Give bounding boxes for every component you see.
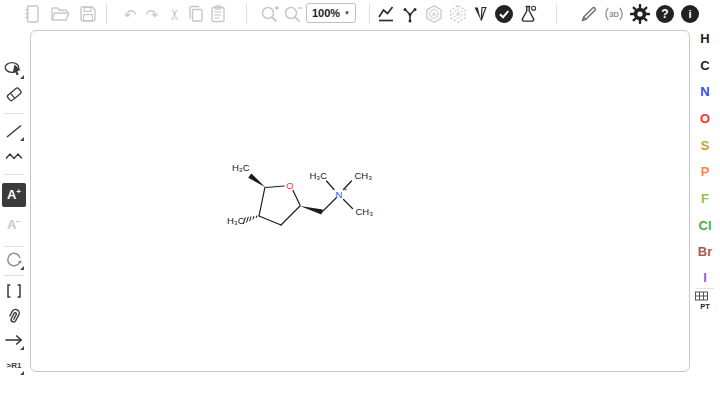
element-button-cl[interactable]: Cl xyxy=(693,214,717,236)
wedge-bond-up-c5[interactable] xyxy=(300,206,323,215)
single-bond-tool[interactable] xyxy=(2,119,26,143)
element-button-s[interactable]: S xyxy=(693,134,717,156)
svg-text:3D: 3D xyxy=(609,10,619,19)
undo-icon: ↶ xyxy=(124,7,137,22)
paperclip-attach-tool[interactable] xyxy=(2,304,26,328)
charge-plus-tool[interactable]: A+ xyxy=(2,183,26,207)
layout-button[interactable] xyxy=(374,2,398,26)
help-button[interactable]: ? xyxy=(653,2,677,26)
element-symbol: S xyxy=(701,138,710,153)
bond-o-c2[interactable] xyxy=(266,186,284,188)
svg-text:PT: PT xyxy=(700,302,710,311)
3d-viewer-button[interactable]: 3D xyxy=(602,2,626,26)
bond-ch2-n[interactable] xyxy=(322,198,337,213)
element-button-c[interactable]: C xyxy=(693,54,717,76)
element-button-n[interactable]: N xyxy=(693,80,717,102)
about-button[interactable]: i xyxy=(678,2,702,26)
chain-tool[interactable] xyxy=(2,144,26,168)
element-button-o[interactable]: O xyxy=(693,107,717,129)
eraser-tool[interactable] xyxy=(2,82,26,106)
dropdown-corner-indicator xyxy=(20,75,24,79)
element-symbol: Br xyxy=(698,244,712,259)
brackets-icon xyxy=(2,279,26,303)
reaction-arrow-tool[interactable] xyxy=(2,328,26,352)
eraser-icon xyxy=(2,82,26,106)
check-structure-icon xyxy=(492,2,516,26)
bond-c3-c4[interactable] xyxy=(259,216,281,225)
element-button-p[interactable]: P xyxy=(693,160,717,182)
element-button-i[interactable]: I xyxy=(693,266,717,288)
drawing-canvas[interactable]: H₃C H₃C O N + H₃C CH₃ CH₃ xyxy=(30,30,690,372)
help-icon: ? xyxy=(653,2,677,26)
bond-n-ch3-a[interactable] xyxy=(327,181,335,190)
bond-o-c5[interactable] xyxy=(293,191,300,206)
svg-text:A: A xyxy=(456,11,460,17)
cut-button[interactable]: ✂ xyxy=(162,2,186,26)
zoom-out-icon xyxy=(281,2,305,26)
calculated-values-button[interactable] xyxy=(516,2,540,26)
atom-label-charge-plus: + xyxy=(344,186,348,193)
zoom-level-value: 100% xyxy=(312,7,340,19)
open-button[interactable] xyxy=(48,2,72,26)
paste-button[interactable] xyxy=(206,2,230,26)
element-symbol: C xyxy=(700,58,709,73)
atom-label-n-methyl-a[interactable]: H₃C xyxy=(309,170,327,181)
charge-minus-tool[interactable]: A− xyxy=(2,213,26,237)
zoom-in-icon xyxy=(258,2,282,26)
save-button[interactable] xyxy=(76,2,100,26)
paste-clipboard-icon xyxy=(206,2,230,26)
calculated-values-flask-icon xyxy=(516,2,540,26)
aromatize-icon: A xyxy=(422,2,446,26)
hash-wedge-bond-c3[interactable] xyxy=(243,216,257,225)
clean-up-button[interactable] xyxy=(398,2,422,26)
save-floppy-icon xyxy=(76,2,100,26)
atom-label-c4-methyl[interactable]: H₃C xyxy=(227,215,245,226)
bond-c4-c5[interactable] xyxy=(281,206,300,225)
aromatize-button[interactable]: A xyxy=(422,2,446,26)
element-symbol: H xyxy=(700,31,709,46)
wedge-bond-up-c2[interactable] xyxy=(248,174,265,188)
atom-label-n-methyl-b[interactable]: CH₃ xyxy=(355,170,373,181)
zoom-in-button[interactable] xyxy=(258,2,282,26)
dropdown-corner-indicator xyxy=(20,346,24,350)
atom-label-nitrogen[interactable]: N xyxy=(336,189,343,200)
element-button-br[interactable]: Br xyxy=(693,240,717,262)
charge-minus-icon: A− xyxy=(7,218,21,231)
top-toolbar: ↶ ↷ ✂ xyxy=(0,0,720,28)
element-button-f[interactable]: F xyxy=(693,187,717,209)
atom-label-n-methyl-c[interactable]: CH₃ xyxy=(356,206,374,217)
element-button-h[interactable]: H xyxy=(693,27,717,49)
settings-button[interactable] xyxy=(628,2,652,26)
paperclip-icon xyxy=(2,304,26,328)
dearomatize-button[interactable]: A xyxy=(446,2,470,26)
copy-button[interactable] xyxy=(184,2,208,26)
atom-label-oxygen[interactable]: O xyxy=(286,180,293,191)
new-document-button[interactable] xyxy=(20,2,44,26)
dropdown-corner-indicator xyxy=(20,266,24,270)
charge-plus-icon: A+ xyxy=(7,188,21,201)
element-symbol: O xyxy=(700,111,710,126)
info-icon: i xyxy=(678,2,702,26)
chain-icon xyxy=(2,144,26,168)
zoom-out-button[interactable] xyxy=(281,2,305,26)
svg-text:i: i xyxy=(688,8,691,20)
undo-button[interactable]: ↶ xyxy=(118,2,142,26)
zoom-level-select[interactable]: 100% ▼ xyxy=(306,3,356,23)
transform-rotate-tool[interactable] xyxy=(2,248,26,272)
bond-c2-c3[interactable] xyxy=(259,187,265,216)
atom-label-c5-methyl[interactable]: H₃C xyxy=(232,162,250,173)
check-structure-button[interactable] xyxy=(492,2,516,26)
sgroup-brackets-tool[interactable] xyxy=(2,279,26,303)
recognize-molecule-button[interactable] xyxy=(577,2,601,26)
molecule-atom-labels[interactable]: H₃C H₃C O N + H₃C CH₃ CH₃ xyxy=(227,162,373,226)
bond-n-ch3-c[interactable] xyxy=(344,200,353,209)
new-document-icon xyxy=(20,2,44,26)
rgroup-icon: >R1 xyxy=(7,361,22,370)
toolbar-separator xyxy=(556,4,557,24)
element-symbol: F xyxy=(701,191,709,206)
redo-button[interactable]: ↷ xyxy=(140,2,164,26)
calculate-cip-button[interactable] xyxy=(468,2,492,26)
lasso-select-tool[interactable] xyxy=(2,57,26,81)
periodic-table-button[interactable]: PT xyxy=(694,290,716,312)
molecule[interactable]: H₃C H₃C O N + H₃C CH₃ CH₃ xyxy=(221,161,411,236)
